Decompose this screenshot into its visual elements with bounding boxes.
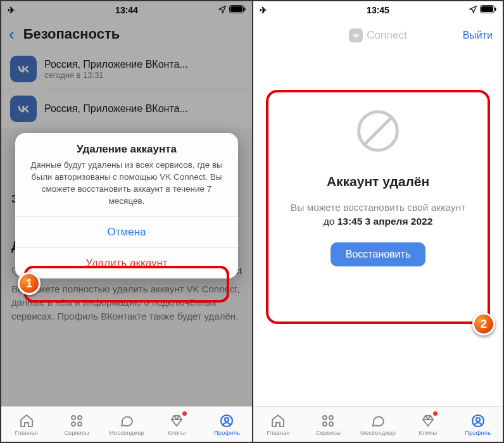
location-icon (218, 5, 227, 16)
home-icon (19, 413, 34, 428)
statusbar: ✈︎ 13:44 (1, 1, 252, 19)
tab-home[interactable]: Главная (253, 407, 303, 442)
svg-point-16 (323, 422, 327, 426)
restore-button[interactable]: Восстановить (331, 242, 425, 266)
forbidden-icon (353, 106, 403, 156)
sheet-body: Данные будут удалены из всех сервисов, г… (15, 159, 238, 216)
screen-delete-confirm: ✈︎ 13:44 ‹ Безопасность (1, 1, 252, 442)
vk-icon (349, 28, 363, 42)
status-time: 13:44 (1, 5, 252, 15)
session-title: Россия, Приложение ВКонта... (44, 59, 243, 70)
statusbar: ✈︎ 13:45 (253, 1, 503, 19)
svg-point-19 (476, 418, 480, 421)
card-date: до 13:45 3 апреля 2022 (277, 216, 479, 227)
svg-point-15 (329, 416, 333, 420)
svg-point-8 (225, 418, 229, 421)
screen-account-deleted: ✈︎ 13:45 Conne (252, 1, 503, 442)
airplane-icon: ✈︎ (8, 5, 15, 15)
svg-point-14 (323, 416, 327, 420)
svg-point-5 (72, 422, 75, 426)
deleted-card: Аккаунт удалён Вы можете восстановить св… (266, 87, 490, 288)
svg-point-6 (78, 422, 82, 426)
profile-icon (219, 413, 234, 428)
messenger-icon (119, 413, 134, 428)
vk-connect-logo: Connect (349, 28, 406, 42)
messenger-icon (370, 413, 386, 428)
tab-profile[interactable]: Профиль (202, 407, 252, 442)
page-title: Безопасность (23, 26, 120, 42)
tab-messenger[interactable]: Мессенджер (101, 407, 151, 442)
notification-dot-icon (182, 411, 187, 416)
tabbar: Главная Сервисы Мессенджер Клипы Профиль (253, 406, 503, 442)
home-icon (270, 413, 286, 428)
connect-header: Connect Выйти (253, 19, 503, 52)
tabbar: Главная Сервисы Мессенджер Клипы Профиль (1, 406, 252, 442)
svg-line-13 (365, 118, 391, 144)
svg-point-17 (329, 422, 333, 426)
tab-clips[interactable]: Клипы (403, 407, 453, 442)
svg-rect-1 (230, 6, 243, 12)
session-item[interactable]: Россия, Приложение ВКонта... сегодня в 1… (1, 49, 252, 89)
tab-home[interactable]: Главная (1, 407, 51, 442)
vk-app-icon (10, 56, 37, 82)
services-icon (320, 413, 336, 428)
annotation-marker-2: 2 (472, 313, 495, 335)
svg-rect-2 (244, 8, 246, 11)
svg-rect-10 (481, 6, 493, 12)
vk-app-icon (10, 96, 37, 122)
tab-services[interactable]: Сервисы (51, 407, 101, 442)
card-subtitle: Вы можете восстановить свой аккаунт (277, 201, 479, 215)
status-time: 13:45 (253, 5, 503, 15)
back-icon[interactable]: ‹ (9, 25, 15, 44)
notification-dot-icon (433, 411, 438, 416)
session-title: Россия, Приложение ВКонта... (44, 103, 243, 115)
annotation-marker-1: 1 (18, 272, 41, 295)
tab-profile[interactable]: Профиль (453, 407, 503, 442)
clips-icon (169, 413, 184, 428)
battery-icon (480, 5, 496, 15)
sheet-title: Удаление аккаунта (15, 133, 238, 159)
svg-point-3 (72, 416, 75, 420)
svg-point-4 (78, 416, 82, 420)
page-header: ‹ Безопасность (1, 19, 252, 49)
tab-messenger[interactable]: Мессенджер (353, 407, 403, 442)
session-item[interactable]: Россия, Приложение ВКонта... (1, 89, 252, 128)
svg-rect-11 (495, 8, 496, 11)
tab-services[interactable]: Сервисы (303, 407, 353, 442)
delete-account-button[interactable]: Удалить аккаунт (15, 247, 238, 278)
airplane-icon: ✈︎ (260, 5, 267, 15)
cancel-button[interactable]: Отмена (15, 216, 238, 247)
location-icon (469, 5, 477, 16)
card-title: Аккаунт удалён (277, 174, 479, 189)
battery-icon (229, 5, 246, 15)
delete-account-sheet: Удаление аккаунта Данные будут удалены и… (15, 133, 238, 278)
profile-icon (470, 413, 486, 428)
session-subtitle: сегодня в 13:31 (44, 70, 243, 80)
logout-button[interactable]: Выйти (463, 19, 493, 52)
services-icon (69, 413, 84, 428)
tab-clips[interactable]: Клипы (152, 407, 202, 442)
